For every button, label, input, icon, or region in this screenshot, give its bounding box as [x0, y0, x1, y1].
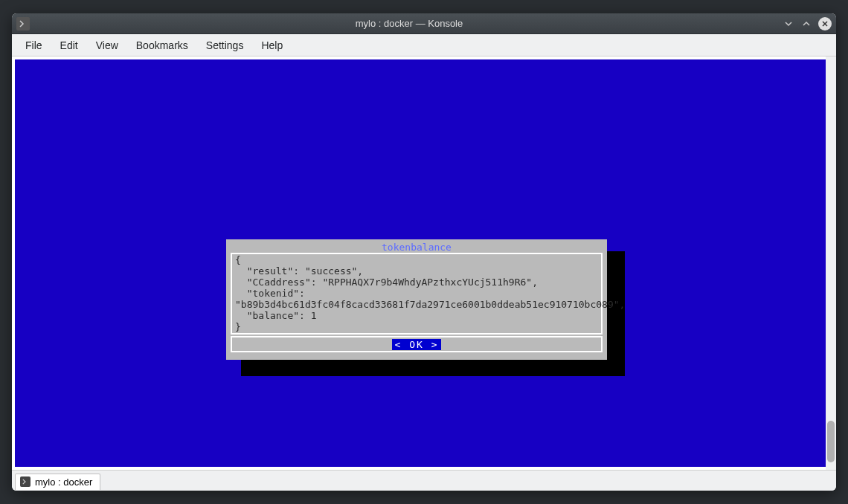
json-line: { — [235, 254, 241, 265]
window-controls — [783, 17, 832, 30]
tabbar: mylo : docker — [12, 470, 836, 491]
dialog-title: tokenbalance — [226, 239, 607, 253]
tab-label: mylo : docker — [35, 476, 92, 488]
terminal-container: tokenbalance { "result": "success", "CCa… — [12, 56, 836, 470]
close-button[interactable] — [818, 17, 832, 30]
json-line: "result": "success", — [235, 265, 363, 277]
tab[interactable]: mylo : docker — [15, 474, 100, 490]
titlebar: mylo : docker — Konsole — [12, 13, 836, 34]
scrollbar-thumb[interactable] — [827, 421, 835, 462]
json-line: "balance": 1 — [235, 310, 317, 321]
window-title: mylo : docker — Konsole — [36, 18, 783, 29]
tui-dialog: tokenbalance { "result": "success", "CCa… — [226, 239, 607, 360]
menu-help[interactable]: Help — [254, 36, 290, 54]
konsole-window: mylo : docker — Konsole File Edit View B… — [12, 13, 836, 491]
menu-settings[interactable]: Settings — [199, 36, 251, 54]
dialog-body: { "result": "success", "CCaddress": "RPP… — [231, 253, 603, 335]
scrollbar[interactable] — [826, 56, 836, 470]
maximize-button[interactable] — [800, 18, 812, 30]
terminal[interactable]: tokenbalance { "result": "success", "CCa… — [15, 59, 833, 467]
menu-bookmarks[interactable]: Bookmarks — [129, 36, 196, 54]
menubar: File Edit View Bookmarks Settings Help — [12, 34, 836, 56]
json-line: "CCaddress": "RPPHAQX7r9b4WhdyAPzthxcYUc… — [235, 277, 538, 288]
minimize-button[interactable] — [783, 18, 794, 30]
app-icon — [16, 17, 30, 30]
json-line: } — [235, 321, 241, 332]
menu-file[interactable]: File — [18, 36, 50, 54]
menu-view[interactable]: View — [89, 36, 126, 54]
terminal-icon — [20, 476, 30, 487]
json-line: "b89b3d4bc61d3fc04f8cacd33681f7da2971ce6… — [235, 299, 625, 310]
ok-button[interactable]: < OK > — [392, 339, 442, 350]
menu-edit[interactable]: Edit — [53, 36, 86, 54]
dialog-button-row: < OK > — [231, 336, 603, 352]
json-line: "tokenid": — [235, 288, 305, 299]
